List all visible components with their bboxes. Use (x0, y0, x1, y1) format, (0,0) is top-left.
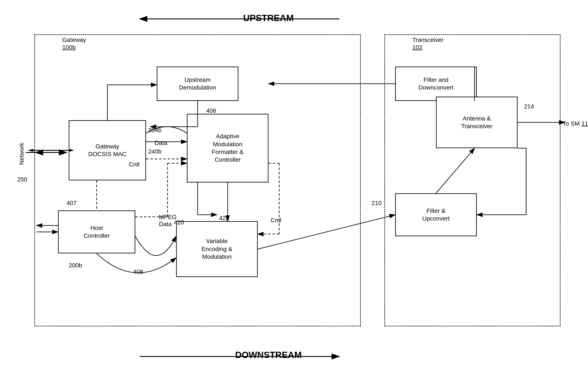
label-422: 422 (219, 215, 229, 222)
gateway-text-label: Gateway (62, 37, 86, 43)
cntl-label-1: Cntl (129, 161, 140, 168)
data-label: Data (155, 140, 167, 146)
filter-upconvert-box: Filter & Upconvert (395, 193, 477, 236)
variable-enc-box: Variable Encoding & Modulation (176, 221, 258, 277)
label-406: 406 (206, 107, 216, 114)
label-240b: 240b (148, 148, 161, 155)
transceiver-text-label: Transceiver (412, 37, 443, 43)
antenna-transceiver-box: Antenna & Transceiver (436, 97, 518, 148)
svg-marker-36 (28, 149, 33, 152)
diagram-container: UPSTREAM DOWNSTREAM Gateway 100b Transce… (0, 0, 588, 373)
host-controller-box: Host Controller (58, 210, 135, 253)
label-200b: 200b (69, 262, 82, 269)
transceiver-number-label: 102 (412, 44, 422, 51)
cntl-label-2: Cntl (271, 217, 281, 224)
downstream-label: DOWNSTREAM (172, 350, 365, 360)
label-250: 250 (17, 176, 27, 183)
label-408: 408 (133, 269, 143, 275)
adaptive-mod-box: Adaptive Modulation Formatter & Controll… (187, 114, 268, 183)
label-214: 214 (524, 103, 534, 110)
gateway-docsis-box: Gateway DOCSIS MAC (69, 120, 146, 180)
label-210: 210 (371, 200, 382, 207)
network-label: Network (18, 143, 25, 165)
upstream-label: UPSTREAM (172, 13, 365, 23)
label-204b: 204b (148, 127, 161, 134)
gateway-number-label: 100b (62, 44, 76, 51)
upstream-demod-box: Upstream Demodulation (157, 67, 238, 101)
filter-downconvert-box: Filter and Downconvert (395, 67, 477, 101)
to-sm-label: To SM 110 (563, 120, 588, 127)
mpeg-data-label: MPEG Data (159, 206, 177, 228)
label-407: 407 (67, 200, 77, 207)
